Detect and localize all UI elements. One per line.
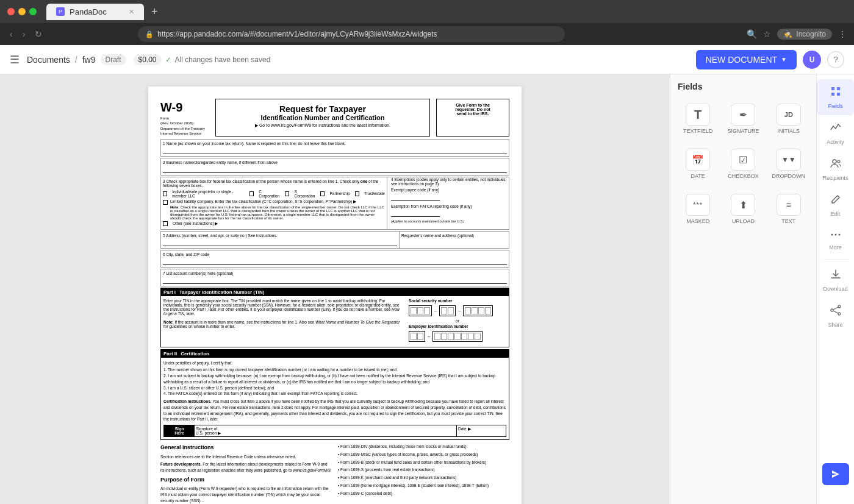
back-button[interactable]: ‹: [7, 27, 15, 41]
line1-input[interactable]: [163, 147, 507, 154]
line7-input[interactable]: [163, 277, 507, 284]
checkbox-c-box[interactable]: [249, 191, 254, 196]
part1-intro: Enter your TIN in the appropriate box. T…: [163, 299, 404, 344]
refresh-button[interactable]: ↻: [32, 27, 45, 41]
maximize-traffic-light[interactable]: [29, 8, 37, 15]
ein-grid: –: [409, 331, 506, 342]
line2-label: 2 Business name/disregarded entity name,…: [163, 160, 278, 165]
upload-label: UPLOAD: [732, 218, 755, 224]
ssn-box2: [439, 305, 456, 316]
w9-line1: 1 Name (as shown on your income tax retu…: [160, 139, 509, 157]
user-avatar[interactable]: U: [803, 51, 821, 69]
checkbox-individual-box[interactable]: [163, 191, 167, 196]
ein-cell[interactable]: [411, 333, 417, 340]
ein-cell[interactable]: [461, 333, 467, 340]
send-button[interactable]: [822, 463, 849, 485]
checkbox-s-box[interactable]: [285, 191, 289, 196]
upload-icon: ⬆: [731, 194, 755, 216]
sidebar-item-edit[interactable]: Edit: [817, 187, 854, 223]
ssn-cell[interactable]: [441, 307, 447, 314]
new-document-button[interactable]: NEW DOCUMENT ▼: [696, 50, 797, 69]
hamburger-menu[interactable]: ☰: [10, 53, 20, 66]
ssn-cell[interactable]: [485, 307, 491, 314]
breadcrumb-root[interactable]: Documents: [27, 55, 70, 65]
checkbox-other-box[interactable]: [163, 221, 168, 226]
sidebar-item-activity[interactable]: Activity: [817, 115, 854, 151]
fatca-label: Exemption from FATCA reporting code (if …: [391, 204, 509, 208]
menu-icon[interactable]: ⋮: [838, 29, 847, 39]
field-item-date[interactable]: 📅 DATE: [678, 144, 718, 184]
exempt-payee-input[interactable]: [391, 193, 440, 201]
field-item-dropdown[interactable]: ▼▼ DROPDOWN: [769, 144, 809, 184]
ssn-cell[interactable]: [411, 307, 417, 314]
recipients-sidebar-label: Recipients: [822, 175, 848, 181]
search-icon[interactable]: 🔍: [747, 29, 757, 39]
checkbox-trust-box[interactable]: [355, 191, 359, 196]
close-traffic-light[interactable]: [7, 8, 15, 15]
sidebar-item-more[interactable]: More: [817, 223, 854, 257]
svg-point-4: [838, 234, 840, 236]
url-bar[interactable]: 🔒 https://app.pandadoc.com/a/#/document/…: [138, 26, 565, 42]
ssn-cell[interactable]: [448, 307, 454, 314]
ein-cell[interactable]: [468, 333, 474, 340]
ssn-cell[interactable]: [417, 307, 423, 314]
part1-title: Part I: [163, 289, 176, 295]
checkbox-partnership-box[interactable]: [320, 191, 325, 196]
ssn-cell[interactable]: [478, 307, 484, 314]
purpose-text: An individual or entity (Form W-9 reques…: [160, 486, 332, 503]
ein-cell[interactable]: [448, 333, 454, 340]
w9-line6: 6 City, state, and ZIP code: [160, 250, 509, 268]
cert-instructions: Certification instructions. You must cro…: [163, 399, 506, 422]
ssn-area: Social security number –: [409, 299, 506, 344]
sidebar-item-fields[interactable]: Fields: [817, 79, 854, 115]
activity-sidebar-label: Activity: [827, 139, 844, 145]
signature-of-label: Signature ofU.S. person ▶: [196, 427, 455, 436]
ssn-cell[interactable]: [465, 307, 471, 314]
dropdown-icon: ▼▼: [777, 149, 801, 171]
date-area: Date ▶: [457, 425, 506, 436]
field-item-initials[interactable]: JD INITIALS: [769, 99, 809, 139]
ein-cell[interactable]: [441, 333, 447, 340]
w9-title-area: Request for Taxpayer Identification Numb…: [215, 99, 430, 137]
ssn-cell[interactable]: [424, 307, 430, 314]
forward-button[interactable]: ›: [20, 27, 28, 41]
purpose-title: Purpose of Form: [160, 476, 332, 484]
line5-input[interactable]: [163, 239, 397, 246]
sidebar-item-download[interactable]: Download: [817, 262, 854, 298]
svg-point-5: [838, 305, 841, 308]
ein-cell[interactable]: [454, 333, 461, 340]
field-item-text[interactable]: ≡ TEXT: [769, 189, 809, 229]
minimize-traffic-light[interactable]: [18, 8, 26, 15]
new-doc-arrow-icon: ▼: [781, 56, 787, 63]
field-item-signature[interactable]: ✒ SIGNATURE: [723, 99, 763, 139]
checkbox-llc-box[interactable]: [163, 200, 168, 205]
ssn-cell[interactable]: [472, 307, 478, 314]
line6-input[interactable]: [163, 258, 507, 265]
star-icon[interactable]: ☆: [763, 29, 771, 39]
signature-line[interactable]: Signature ofU.S. person ▶: [195, 425, 457, 436]
sidebar-item-recipients[interactable]: Recipients: [817, 151, 854, 187]
ein-cell[interactable]: [475, 333, 481, 340]
checkbox-individual-label: Individual/sole proprietor or single-mem…: [172, 190, 245, 198]
fatca-input[interactable]: [391, 210, 440, 217]
line2-input[interactable]: [163, 166, 507, 173]
document-area[interactable]: W-9 Form(Rev. October 2018)Department of…: [0, 74, 670, 504]
field-grid: T TEXTFIELD ✒ SIGNATURE JD INITIALS 📅 DA…: [678, 99, 809, 229]
field-item-upload[interactable]: ⬆ UPLOAD: [723, 189, 763, 229]
ein-cell[interactable]: [434, 333, 440, 340]
save-indicator: $0.00 ✓ All changes have been saved: [134, 54, 271, 65]
field-item-textfield[interactable]: T TEXTFIELD: [678, 99, 718, 139]
help-button[interactable]: ?: [827, 51, 844, 68]
field-item-masked[interactable]: *** MASKED: [678, 189, 718, 229]
tab-title: PandaDoc: [70, 7, 107, 16]
address-bar: ‹ › ↻ 🔒 https://app.pandadoc.com/a/#/doc…: [0, 23, 854, 45]
ein-cell[interactable]: [417, 333, 423, 340]
part1-header: Part I Taxpayer Identification Number (T…: [161, 288, 509, 296]
incognito-badge: 🕵 Incognito: [777, 29, 832, 40]
sidebar-item-share[interactable]: Share: [817, 298, 854, 334]
new-tab-button[interactable]: +: [151, 5, 158, 18]
browser-tab[interactable]: P PandaDoc ✕: [46, 4, 144, 20]
part2-label: Certification: [181, 351, 209, 357]
field-item-checkbox[interactable]: ☑ CHECKBOX: [723, 144, 763, 184]
tab-close-button[interactable]: ✕: [129, 8, 134, 16]
